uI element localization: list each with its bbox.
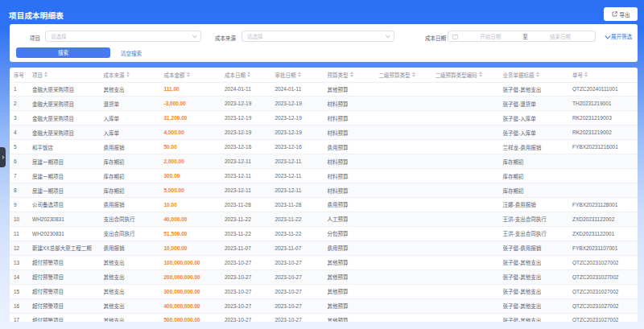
column-header-label: 审批日期 [275,71,296,79]
cell-5: 2023-12-11 [273,158,325,164]
column-header-3[interactable]: 成本金额 [162,71,223,79]
column-header-label: 成本日期 [225,71,246,79]
cell-3: 31,200.00 [162,115,223,121]
sort-icon[interactable] [536,72,539,77]
cell-4: 2023-10-27 [222,274,273,280]
table-row[interactable]: 1金融大厦采购项目其他支出111.002024-01-112024-01-11其… [10,83,638,97]
table-row[interactable]: 7房建一期项目库存期初300.002023-12-112023-12-11材料预… [10,169,638,183]
cost-source-select-placeholder: 请选择 [247,32,386,40]
sort-icon[interactable] [247,72,250,77]
cell-6: 费用预算 [325,200,377,208]
cell-3: 10.00 [162,202,223,208]
column-header-label: 预算类型 [328,71,349,79]
sort-icon[interactable] [187,72,190,77]
cell-5: 2023-10-27 [273,274,325,280]
clear-search-button[interactable]: 清空搜索 [121,49,142,57]
cell-6: 材料预算 [325,129,377,137]
column-header-10[interactable]: 单号 [570,71,638,79]
cell-2: 入库单 [101,114,162,122]
table-row[interactable]: 6房建一期项目库存期初2,000.002023-12-112023-12-11材… [10,154,638,169]
cell-6: 费用预算 [325,143,377,151]
cell-0: 16 [10,303,30,309]
cell-4: 2023-10-27 [222,317,273,321]
sort-icon[interactable] [126,72,130,77]
cell-4: 2023-12-11 [222,187,273,193]
cell-4: 2023-12-19 [222,130,273,135]
sort-icon[interactable] [584,72,588,77]
cell-1: 超付预警项目 [30,258,101,266]
column-header-1[interactable]: 项目 [30,71,101,79]
sidebar-expand-handle[interactable] [0,147,6,167]
table-row[interactable]: 10WH20230831支出合同执行40,000.002023-11-22202… [10,212,638,227]
project-filter-label: 项目 [10,34,40,42]
export-icon [612,11,617,17]
cell-5: 2023-12-19 [273,130,325,135]
cell-9: 张子健-其他支出 [501,316,571,322]
cell-4: 2023-10-27 [222,303,273,309]
table-row[interactable]: 17超付预警项目其他支出500,000,000.002023-10-272023… [10,314,638,322]
cell-10: FYBX20231128001 [570,202,638,208]
table-row[interactable]: 5和平饭店费用报销50.002023-12-162023-12-16费用预算兰祥… [10,140,638,154]
cell-3: 300.00 [162,173,223,179]
table-row[interactable]: 12新建XX总部大厦工程二期费用报销10,000.002023-11-07202… [10,241,638,256]
cost-date-range-input[interactable]: 开始日期 至 结束日期 [448,31,596,42]
table-row[interactable]: 11WH20230831支出合同执行51,500.002023-11-22202… [10,227,638,241]
column-header-4[interactable]: 成本日期 [222,71,273,79]
cell-6: 材料预算 [325,187,377,195]
cell-10: QTZC20231027002 [570,260,638,265]
sort-icon[interactable] [350,72,353,77]
sort-icon[interactable] [44,72,47,77]
cell-1: 超付预警项目 [30,302,101,310]
cell-10: QTZC20231027002 [570,317,638,321]
cell-2: 费用报销 [101,143,162,151]
sort-icon[interactable] [298,72,301,77]
cell-6: 材料预算 [325,172,377,180]
table-row[interactable]: 9公司备选项目费用报销10.002023-11-282023-11-28费用预算… [10,198,638,212]
table-row[interactable]: 2金融大厦采购项目退货单-3,000.002023-12-192023-12-1… [10,97,638,111]
table-row[interactable]: 4金融大厦采购项目入库单4,000.002023-12-192023-12-19… [10,125,638,140]
end-date-placeholder: 结束日期 [530,32,591,40]
cell-3: -3,000.00 [162,101,223,106]
cell-4: 2023-12-16 [222,144,273,150]
search-button[interactable]: 搜索 [16,47,110,58]
column-header-7[interactable]: 二级预算类型 [377,71,433,79]
cell-9: 张子健-费用报销 [501,244,571,252]
cell-2: 入库单 [101,129,162,137]
cell-9: 张子健-退货单 [501,100,571,108]
cell-2: 库存期初 [101,158,162,166]
table-row[interactable]: 13超付预警项目其他支出100,000,000.002023-10-272023… [10,256,638,270]
expand-filters-link[interactable]: 展开筛选 [605,32,633,40]
column-header-label: 成本来源 [104,71,125,79]
table-row[interactable]: 15超付预警项目其他支出300,000,000.002023-10-272023… [10,285,638,299]
project-select[interactable]: 请选择 [45,31,201,42]
table-row[interactable]: 8房建一期项目库存期初5,000.002023-12-112023-12-11材… [10,183,638,198]
column-header-8[interactable]: 二级预算类型编码 [433,71,501,79]
column-header-9[interactable]: 业务单据标题 [501,71,571,79]
cell-0: 8 [10,187,30,193]
cell-9: 库存期初 [501,187,571,195]
cell-0: 3 [10,115,30,121]
cell-9: 汪娜-费用报销 [501,200,571,208]
sort-icon[interactable] [479,72,482,77]
sort-icon[interactable] [412,72,415,77]
cell-5: 2023-12-19 [273,115,325,121]
cell-5: 2023-12-11 [273,173,325,179]
expand-filters-label: 展开筛选 [611,32,632,40]
cell-3: 100,000,000.00 [162,260,223,265]
table-row[interactable]: 14超付预警项目其他支出200,000,000.002023-10-272023… [10,270,638,285]
column-header-label: 成本金额 [164,71,185,79]
cell-4: 2023-12-19 [222,101,273,106]
column-header-2[interactable]: 成本来源 [101,71,162,79]
cell-10: QTZC20240111001 [570,86,638,92]
table-row[interactable]: 16超付预警项目其他支出400,000,000.002023-10-272023… [10,299,638,314]
export-button[interactable]: 导出 [604,7,638,21]
table-row[interactable]: 3金融大厦采购项目入库单31,200.002023-12-192023-12-1… [10,111,638,125]
cell-1: 和平饭店 [30,143,101,151]
cell-3: 500,000,000.00 [162,317,223,321]
column-header-5[interactable]: 审批日期 [273,71,325,79]
cost-source-select[interactable]: 请选择 [242,31,394,42]
cell-0: 9 [10,202,30,208]
cell-6: 材料预算 [325,158,377,166]
cell-4: 2023-11-28 [222,202,273,208]
column-header-6[interactable]: 预算类型 [325,71,377,79]
